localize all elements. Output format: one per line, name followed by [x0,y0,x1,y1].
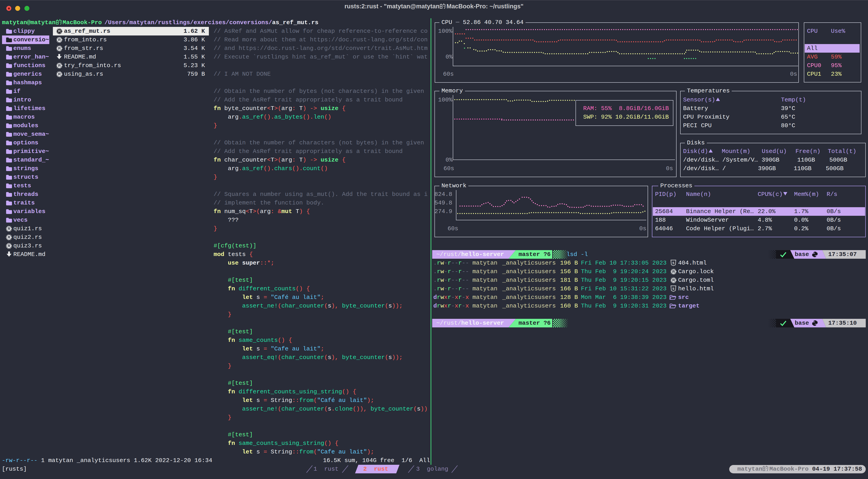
svg-text:5: 5 [673,261,674,265]
svg-text:5: 5 [673,287,674,291]
